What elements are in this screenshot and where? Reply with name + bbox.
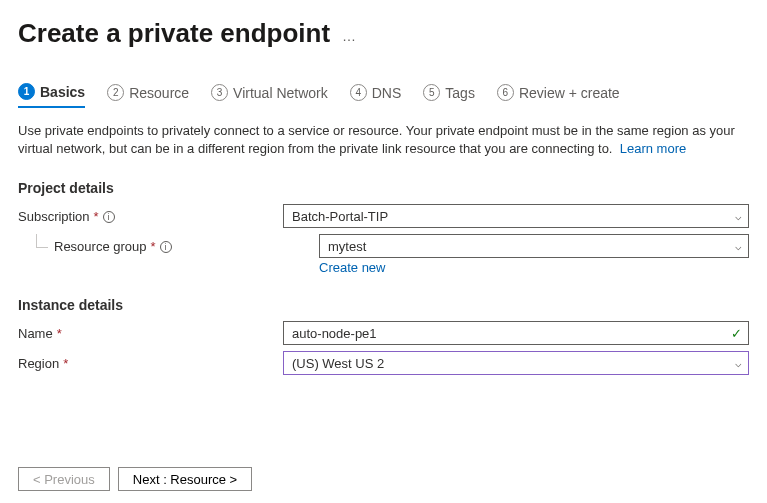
- tab-basics[interactable]: 1 Basics: [18, 83, 85, 108]
- name-input[interactable]: auto-node-pe1 ✓: [283, 321, 749, 345]
- tree-connector: [36, 234, 48, 248]
- select-value: mytest: [328, 239, 366, 254]
- next-button[interactable]: Next : Resource >: [118, 467, 252, 491]
- label-text: Name: [18, 326, 53, 341]
- subscription-select[interactable]: Batch-Portal-TIP ⌵: [283, 204, 749, 228]
- tab-label: Virtual Network: [233, 85, 328, 101]
- tab-virtual-network[interactable]: 3 Virtual Network: [211, 84, 328, 107]
- tab-dns[interactable]: 4 DNS: [350, 84, 402, 107]
- required-indicator: *: [94, 209, 99, 224]
- label-text: Subscription: [18, 209, 90, 224]
- tab-label: Basics: [40, 84, 85, 100]
- resource-group-label: Resource group * i: [54, 234, 319, 254]
- check-icon: ✓: [731, 326, 742, 341]
- tab-step-number: 6: [497, 84, 514, 101]
- chevron-down-icon: ⌵: [735, 357, 742, 370]
- name-label: Name *: [18, 321, 283, 341]
- tab-step-number: 1: [18, 83, 35, 100]
- previous-button: < Previous: [18, 467, 110, 491]
- info-icon[interactable]: i: [103, 211, 115, 223]
- instance-details-heading: Instance details: [18, 297, 749, 313]
- label-text: Region: [18, 356, 59, 371]
- tab-tags[interactable]: 5 Tags: [423, 84, 475, 107]
- tab-step-number: 3: [211, 84, 228, 101]
- required-indicator: *: [63, 356, 68, 371]
- tab-step-number: 4: [350, 84, 367, 101]
- select-value: (US) West US 2: [292, 356, 384, 371]
- tab-review-create[interactable]: 6 Review + create: [497, 84, 620, 107]
- tab-label: Review + create: [519, 85, 620, 101]
- label-text: Resource group: [54, 239, 147, 254]
- create-new-link[interactable]: Create new: [319, 258, 385, 275]
- description: Use private endpoints to privately conne…: [18, 122, 738, 158]
- required-indicator: *: [57, 326, 62, 341]
- chevron-down-icon: ⌵: [735, 240, 742, 253]
- select-value: Batch-Portal-TIP: [292, 209, 388, 224]
- page-title: Create a private endpoint: [18, 18, 330, 49]
- more-icon[interactable]: …: [342, 28, 358, 44]
- required-indicator: *: [151, 239, 156, 254]
- tab-step-number: 5: [423, 84, 440, 101]
- chevron-down-icon: ⌵: [735, 210, 742, 223]
- tab-label: Resource: [129, 85, 189, 101]
- wizard-tabs: 1 Basics 2 Resource 3 Virtual Network 4 …: [18, 83, 749, 108]
- resource-group-select[interactable]: mytest ⌵: [319, 234, 749, 258]
- tab-step-number: 2: [107, 84, 124, 101]
- region-label: Region *: [18, 351, 283, 371]
- subscription-label: Subscription * i: [18, 204, 283, 224]
- tab-resource[interactable]: 2 Resource: [107, 84, 189, 107]
- tab-label: Tags: [445, 85, 475, 101]
- tab-label: DNS: [372, 85, 402, 101]
- project-details-heading: Project details: [18, 180, 749, 196]
- wizard-footer: < Previous Next : Resource >: [18, 467, 252, 491]
- info-icon[interactable]: i: [160, 241, 172, 253]
- learn-more-link[interactable]: Learn more: [620, 141, 686, 156]
- region-select[interactable]: (US) West US 2 ⌵: [283, 351, 749, 375]
- input-value: auto-node-pe1: [292, 326, 377, 341]
